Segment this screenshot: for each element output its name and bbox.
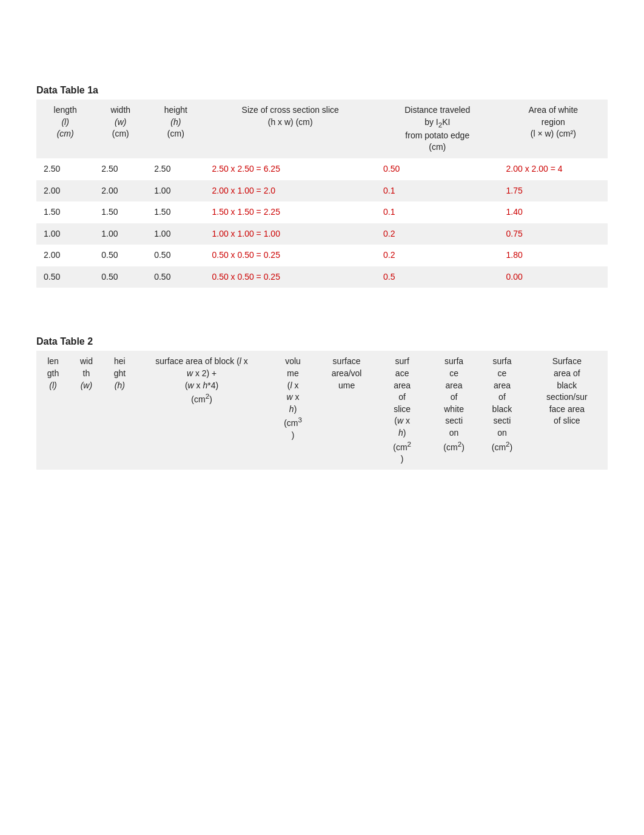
t2-col-length: length(l) [36, 351, 70, 470]
table-row: 2.000.500.500.50 x 0.50 = 0.250.21.80 [36, 245, 608, 266]
table2: length(l) width(w) height(h) surface are… [36, 351, 608, 479]
table1-header-row: length(l)(cm) width(w)(cm) height(h)(cm)… [36, 100, 608, 158]
table-row: 1.001.001.001.00 x 1.00 = 1.000.20.75 [36, 223, 608, 245]
t2-col-surface-black: Surfacearea ofblacksection/surface areao… [526, 351, 608, 470]
t2-col-black-section: surfaceareaofblacksection(cm2) [478, 351, 526, 470]
col-width: width(w)(cm) [94, 100, 147, 158]
table-row: 2.002.001.002.00 x 1.00 = 2.00.11.75 [36, 180, 608, 202]
table-row: 2.502.502.502.50 x 2.50 = 6.250.502.00 x… [36, 158, 608, 180]
table-row: 1.501.501.501.50 x 1.50 = 2.250.11.40 [36, 201, 608, 223]
table2-header-row: length(l) width(w) height(h) surface are… [36, 351, 608, 470]
col-height: height(h)(cm) [147, 100, 204, 158]
col-length: length(l)(cm) [36, 100, 94, 158]
table1-section: Data Table 1a length(l)(cm) width(w)(cm)… [36, 85, 608, 288]
t2-col-sa-slice: surfaceareaofslice(w x h) (cm2) [374, 351, 430, 470]
table1-body: 2.502.502.502.50 x 2.50 = 6.250.502.00 x… [36, 158, 608, 288]
t2-col-sa-vol: surfacearea/volume [319, 351, 375, 470]
t2-col-volume: volume(l x w x h) (cm3) [267, 351, 318, 470]
t2-col-width: width(w) [70, 351, 103, 470]
table2-body [36, 470, 608, 479]
col-distance: Distance traveledby I2KIfrom potato edge… [376, 100, 499, 158]
table2-title: Data Table 2 [36, 336, 608, 347]
table-row: 0.500.500.500.50 x 0.50 = 0.250.50.00 [36, 266, 608, 288]
t2-col-height: height(h) [103, 351, 136, 470]
t2-col-surface-area: surface area of block (l x w x 2) + (w x… [136, 351, 267, 470]
table1-title: Data Table 1a [36, 85, 608, 96]
col-white-area: Area of whiteregion(l × w) (cm²) [499, 100, 608, 158]
col-cross-section: Size of cross section slice(h x w) (cm) [204, 100, 376, 158]
table1: length(l)(cm) width(w)(cm) height(h)(cm)… [36, 100, 608, 288]
table-row [36, 470, 608, 479]
table2-section: Data Table 2 length(l) width(w) height(h… [36, 336, 608, 479]
t2-col-white-section: surfaceareaofwhitesection(cm2) [430, 351, 478, 470]
